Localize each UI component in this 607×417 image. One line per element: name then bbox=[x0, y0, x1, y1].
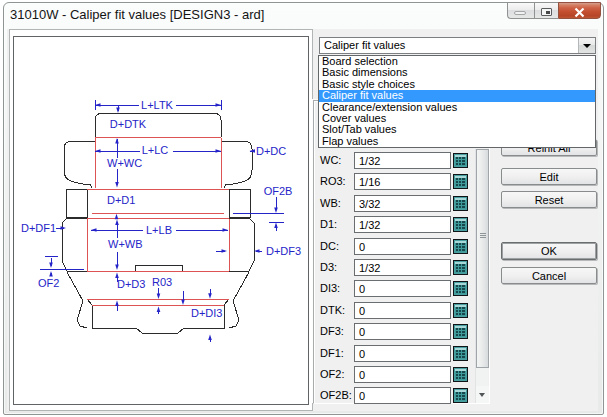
svg-text:L+LTK: L+LTK bbox=[141, 99, 174, 111]
svg-text:W+WC: W+WC bbox=[107, 157, 142, 169]
svg-text:D+DTK: D+DTK bbox=[110, 118, 147, 130]
svg-text:D+DF3: D+DF3 bbox=[266, 245, 301, 257]
svg-text:L+LB: L+LB bbox=[146, 224, 172, 236]
svg-text:L+LC: L+LC bbox=[142, 144, 169, 156]
svg-text:OF2B: OF2B bbox=[264, 185, 293, 197]
svg-text:OF2: OF2 bbox=[38, 277, 59, 289]
svg-text:D+DI3: D+DI3 bbox=[191, 307, 223, 319]
svg-text:R03: R03 bbox=[152, 276, 172, 288]
svg-text:D+DC: D+DC bbox=[256, 145, 286, 157]
svg-text:D+D1: D+D1 bbox=[107, 194, 135, 206]
svg-text:D+D3: D+D3 bbox=[117, 278, 145, 290]
svg-text:D+DF1: D+DF1 bbox=[21, 222, 56, 234]
svg-text:W+WB: W+WB bbox=[108, 238, 143, 250]
